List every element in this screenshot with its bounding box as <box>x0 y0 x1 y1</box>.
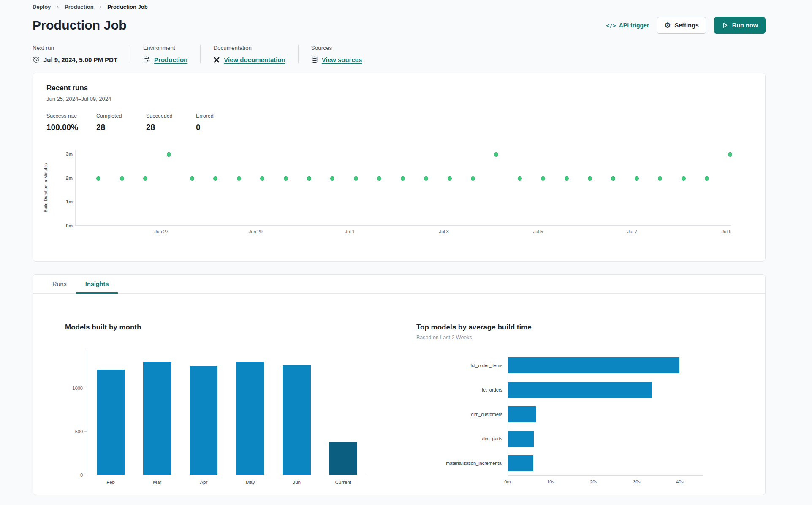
environment-link[interactable]: Production <box>154 56 187 63</box>
run-dot[interactable] <box>705 176 709 181</box>
run-dot[interactable] <box>541 176 545 181</box>
next-run-label: Next run <box>33 45 117 51</box>
run-dot[interactable] <box>682 176 686 181</box>
bar-x-tick-label: Current <box>335 480 351 485</box>
stat-completed: Completed 28 <box>96 113 146 132</box>
run-dot[interactable] <box>167 152 171 157</box>
hbar-row: dim_customers <box>416 402 695 427</box>
scatter-x-tick-label: Jul 1 <box>345 229 355 234</box>
run-dot[interactable] <box>377 176 381 181</box>
hbar-x-tick-label: 30s <box>633 479 641 484</box>
bar-y-tick-label: 1000 <box>65 386 83 391</box>
run-dot[interactable] <box>658 176 662 181</box>
run-dot[interactable] <box>728 152 732 157</box>
job-meta-row: Next run Jul 9, 2024, 5:00 PM PDT Enviro… <box>33 45 766 63</box>
bar[interactable] <box>283 365 311 475</box>
top-models-hbar-chart: fct_order_itemsfct_ordersdim_customersdi… <box>416 353 695 486</box>
breadcrumb-production[interactable]: Production <box>65 4 94 10</box>
bar-plot-area: FebMarAprMayJunCurrent <box>87 348 367 475</box>
tab-runs[interactable]: Runs <box>43 275 76 293</box>
tab-insights[interactable]: Insights <box>76 275 118 293</box>
runs-insights-card: Runs Insights Models built by month FebM… <box>33 274 766 495</box>
bar[interactable] <box>508 455 533 471</box>
run-dot[interactable] <box>424 176 428 181</box>
bar[interactable] <box>508 406 536 422</box>
run-dot[interactable] <box>448 176 452 181</box>
code-icon: </> <box>606 22 616 29</box>
run-dot[interactable] <box>143 176 147 181</box>
view-documentation-link[interactable]: View documentation <box>224 56 285 63</box>
hbar-track <box>508 353 695 378</box>
hbar-x-tick-label: 10s <box>547 479 554 484</box>
api-trigger-label: API trigger <box>619 22 649 29</box>
bar-column: May <box>236 348 264 475</box>
breadcrumb-deploy[interactable]: Deploy <box>33 4 51 10</box>
run-dot[interactable] <box>518 176 522 181</box>
bar[interactable] <box>508 431 534 447</box>
bar[interactable] <box>190 366 217 475</box>
api-trigger-link[interactable]: </> API trigger <box>606 22 649 29</box>
run-dot[interactable] <box>213 176 217 181</box>
bar-column: Apr <box>190 348 217 475</box>
scatter-x-tick-label: Jun 27 <box>155 229 168 234</box>
settings-button[interactable]: ⚙ Settings <box>657 17 706 34</box>
run-dot[interactable] <box>284 176 288 181</box>
hbar-x-tick-mark <box>680 476 680 478</box>
run-dot[interactable] <box>471 176 475 181</box>
run-now-button[interactable]: Run now <box>714 17 766 34</box>
top-models-section: Top models by average build time Based o… <box>416 323 695 486</box>
run-dot[interactable] <box>401 176 405 181</box>
environment-label: Environment <box>143 45 187 51</box>
documentation-label: Documentation <box>213 45 285 51</box>
hbar-row: fct_orders <box>416 378 695 402</box>
bar[interactable] <box>236 362 264 475</box>
environment-stack-icon <box>143 56 150 63</box>
hbar-track <box>508 378 695 402</box>
recent-runs-date-range: Jun 25, 2024–Jul 09, 2024 <box>46 96 752 102</box>
run-dot[interactable] <box>190 176 194 181</box>
scatter-y-tick-label: 3m <box>55 151 73 157</box>
scatter-x-tick-label: Jul 9 <box>722 229 731 234</box>
run-dot[interactable] <box>588 176 592 181</box>
hbar-row: fct_order_items <box>416 353 695 378</box>
models-built-chart-title: Models built by month <box>65 323 367 332</box>
bar-y-tick-mark <box>84 475 87 475</box>
run-dot[interactable] <box>354 176 358 181</box>
bar[interactable] <box>508 357 679 373</box>
bar[interactable] <box>143 362 171 475</box>
run-dot[interactable] <box>330 176 334 181</box>
bar-x-tick-label: Jun <box>293 480 301 485</box>
recent-runs-card: Recent runs Jun 25, 2024–Jul 09, 2024 Su… <box>33 73 766 262</box>
hbar-x-tick-mark <box>637 476 637 478</box>
run-dot[interactable] <box>237 176 241 181</box>
top-models-chart-subtitle: Based on Last 2 Weeks <box>416 335 695 340</box>
insights-panel: Models built by month FebMarAprMayJunCur… <box>33 294 765 486</box>
hbar-track <box>508 451 695 475</box>
hbar-category-label: dim_customers <box>416 412 508 417</box>
run-dot[interactable] <box>611 176 615 181</box>
run-dot[interactable] <box>494 152 498 157</box>
hbar-x-tick-mark <box>551 476 551 478</box>
bar-y-tick-label: 0 <box>65 473 83 478</box>
scatter-x-tick-label: Jul 7 <box>627 229 637 234</box>
next-run-value: Jul 9, 2024, 5:00 PM PDT <box>43 56 117 63</box>
bar[interactable] <box>329 442 357 475</box>
hbar-x-axis: 0m10s20s30s40s <box>508 475 703 486</box>
models-built-bar-chart: FebMarAprMayJunCurrent 05001000 <box>65 348 367 475</box>
scatter-y-tick-label: 0m <box>55 223 73 228</box>
bar[interactable] <box>97 370 125 475</box>
run-dot[interactable] <box>307 176 311 181</box>
run-dot[interactable] <box>120 176 124 181</box>
run-dot[interactable] <box>260 176 264 181</box>
run-dot[interactable] <box>635 176 639 181</box>
scatter-y-tick-label: 1m <box>55 199 73 204</box>
run-dot[interactable] <box>565 176 569 181</box>
view-sources-link[interactable]: View sources <box>322 56 362 63</box>
meta-environment: Environment Production <box>130 45 200 63</box>
run-dot[interactable] <box>96 176 100 181</box>
settings-label: Settings <box>675 22 699 29</box>
play-icon <box>722 22 728 29</box>
meta-sources: Sources View sources <box>298 45 375 63</box>
bar-x-tick-label: Mar <box>153 480 161 485</box>
bar[interactable] <box>508 382 652 398</box>
